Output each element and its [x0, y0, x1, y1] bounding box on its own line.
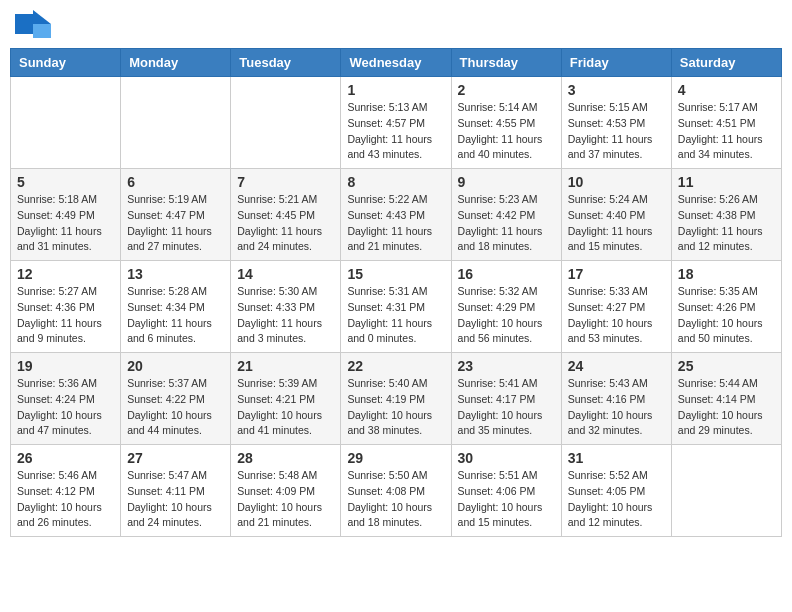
day-number: 15 — [347, 266, 444, 282]
day-info: Sunrise: 5:36 AM Sunset: 4:24 PM Dayligh… — [17, 376, 114, 439]
day-cell: 8Sunrise: 5:22 AM Sunset: 4:43 PM Daylig… — [341, 169, 451, 261]
day-info: Sunrise: 5:28 AM Sunset: 4:34 PM Dayligh… — [127, 284, 224, 347]
day-info: Sunrise: 5:26 AM Sunset: 4:38 PM Dayligh… — [678, 192, 775, 255]
day-info: Sunrise: 5:23 AM Sunset: 4:42 PM Dayligh… — [458, 192, 555, 255]
day-cell: 2Sunrise: 5:14 AM Sunset: 4:55 PM Daylig… — [451, 77, 561, 169]
day-cell — [121, 77, 231, 169]
day-info: Sunrise: 5:21 AM Sunset: 4:45 PM Dayligh… — [237, 192, 334, 255]
calendar-table: SundayMondayTuesdayWednesdayThursdayFrid… — [10, 48, 782, 537]
day-info: Sunrise: 5:51 AM Sunset: 4:06 PM Dayligh… — [458, 468, 555, 531]
day-info: Sunrise: 5:47 AM Sunset: 4:11 PM Dayligh… — [127, 468, 224, 531]
day-info: Sunrise: 5:19 AM Sunset: 4:47 PM Dayligh… — [127, 192, 224, 255]
day-cell: 27Sunrise: 5:47 AM Sunset: 4:11 PM Dayli… — [121, 445, 231, 537]
day-number: 12 — [17, 266, 114, 282]
day-info: Sunrise: 5:32 AM Sunset: 4:29 PM Dayligh… — [458, 284, 555, 347]
day-cell: 19Sunrise: 5:36 AM Sunset: 4:24 PM Dayli… — [11, 353, 121, 445]
day-number: 27 — [127, 450, 224, 466]
day-cell: 28Sunrise: 5:48 AM Sunset: 4:09 PM Dayli… — [231, 445, 341, 537]
day-info: Sunrise: 5:14 AM Sunset: 4:55 PM Dayligh… — [458, 100, 555, 163]
logo — [15, 10, 53, 38]
svg-marker-1 — [33, 10, 51, 24]
day-number: 3 — [568, 82, 665, 98]
day-number: 2 — [458, 82, 555, 98]
day-number: 13 — [127, 266, 224, 282]
svg-rect-0 — [15, 14, 33, 34]
day-info: Sunrise: 5:46 AM Sunset: 4:12 PM Dayligh… — [17, 468, 114, 531]
day-info: Sunrise: 5:18 AM Sunset: 4:49 PM Dayligh… — [17, 192, 114, 255]
day-header-friday: Friday — [561, 49, 671, 77]
day-cell: 23Sunrise: 5:41 AM Sunset: 4:17 PM Dayli… — [451, 353, 561, 445]
day-number: 24 — [568, 358, 665, 374]
day-info: Sunrise: 5:30 AM Sunset: 4:33 PM Dayligh… — [237, 284, 334, 347]
day-info: Sunrise: 5:33 AM Sunset: 4:27 PM Dayligh… — [568, 284, 665, 347]
day-header-thursday: Thursday — [451, 49, 561, 77]
day-cell: 17Sunrise: 5:33 AM Sunset: 4:27 PM Dayli… — [561, 261, 671, 353]
day-cell: 13Sunrise: 5:28 AM Sunset: 4:34 PM Dayli… — [121, 261, 231, 353]
day-number: 26 — [17, 450, 114, 466]
day-cell: 18Sunrise: 5:35 AM Sunset: 4:26 PM Dayli… — [671, 261, 781, 353]
day-header-wednesday: Wednesday — [341, 49, 451, 77]
day-info: Sunrise: 5:39 AM Sunset: 4:21 PM Dayligh… — [237, 376, 334, 439]
day-info: Sunrise: 5:22 AM Sunset: 4:43 PM Dayligh… — [347, 192, 444, 255]
day-number: 28 — [237, 450, 334, 466]
day-header-saturday: Saturday — [671, 49, 781, 77]
day-cell: 10Sunrise: 5:24 AM Sunset: 4:40 PM Dayli… — [561, 169, 671, 261]
day-info: Sunrise: 5:17 AM Sunset: 4:51 PM Dayligh… — [678, 100, 775, 163]
day-cell: 31Sunrise: 5:52 AM Sunset: 4:05 PM Dayli… — [561, 445, 671, 537]
logo-icon — [15, 10, 51, 38]
day-info: Sunrise: 5:40 AM Sunset: 4:19 PM Dayligh… — [347, 376, 444, 439]
day-info: Sunrise: 5:41 AM Sunset: 4:17 PM Dayligh… — [458, 376, 555, 439]
day-info: Sunrise: 5:37 AM Sunset: 4:22 PM Dayligh… — [127, 376, 224, 439]
day-header-tuesday: Tuesday — [231, 49, 341, 77]
day-number: 11 — [678, 174, 775, 190]
day-cell — [231, 77, 341, 169]
day-info: Sunrise: 5:31 AM Sunset: 4:31 PM Dayligh… — [347, 284, 444, 347]
day-cell: 11Sunrise: 5:26 AM Sunset: 4:38 PM Dayli… — [671, 169, 781, 261]
day-cell — [11, 77, 121, 169]
day-number: 22 — [347, 358, 444, 374]
day-number: 8 — [347, 174, 444, 190]
svg-marker-2 — [33, 24, 51, 38]
day-cell: 14Sunrise: 5:30 AM Sunset: 4:33 PM Dayli… — [231, 261, 341, 353]
day-number: 1 — [347, 82, 444, 98]
day-info: Sunrise: 5:44 AM Sunset: 4:14 PM Dayligh… — [678, 376, 775, 439]
day-info: Sunrise: 5:27 AM Sunset: 4:36 PM Dayligh… — [17, 284, 114, 347]
day-cell: 5Sunrise: 5:18 AM Sunset: 4:49 PM Daylig… — [11, 169, 121, 261]
day-number: 9 — [458, 174, 555, 190]
week-row-5: 26Sunrise: 5:46 AM Sunset: 4:12 PM Dayli… — [11, 445, 782, 537]
day-info: Sunrise: 5:13 AM Sunset: 4:57 PM Dayligh… — [347, 100, 444, 163]
day-number: 18 — [678, 266, 775, 282]
day-cell: 30Sunrise: 5:51 AM Sunset: 4:06 PM Dayli… — [451, 445, 561, 537]
day-info: Sunrise: 5:50 AM Sunset: 4:08 PM Dayligh… — [347, 468, 444, 531]
day-number: 30 — [458, 450, 555, 466]
calendar-header-row: SundayMondayTuesdayWednesdayThursdayFrid… — [11, 49, 782, 77]
day-number: 20 — [127, 358, 224, 374]
day-header-monday: Monday — [121, 49, 231, 77]
day-cell: 1Sunrise: 5:13 AM Sunset: 4:57 PM Daylig… — [341, 77, 451, 169]
day-number: 16 — [458, 266, 555, 282]
day-info: Sunrise: 5:24 AM Sunset: 4:40 PM Dayligh… — [568, 192, 665, 255]
day-info: Sunrise: 5:15 AM Sunset: 4:53 PM Dayligh… — [568, 100, 665, 163]
day-cell: 24Sunrise: 5:43 AM Sunset: 4:16 PM Dayli… — [561, 353, 671, 445]
day-cell: 22Sunrise: 5:40 AM Sunset: 4:19 PM Dayli… — [341, 353, 451, 445]
day-cell: 25Sunrise: 5:44 AM Sunset: 4:14 PM Dayli… — [671, 353, 781, 445]
week-row-3: 12Sunrise: 5:27 AM Sunset: 4:36 PM Dayli… — [11, 261, 782, 353]
day-header-sunday: Sunday — [11, 49, 121, 77]
day-cell: 21Sunrise: 5:39 AM Sunset: 4:21 PM Dayli… — [231, 353, 341, 445]
day-number: 21 — [237, 358, 334, 374]
day-cell — [671, 445, 781, 537]
page-header — [10, 10, 782, 38]
day-cell: 12Sunrise: 5:27 AM Sunset: 4:36 PM Dayli… — [11, 261, 121, 353]
day-cell: 7Sunrise: 5:21 AM Sunset: 4:45 PM Daylig… — [231, 169, 341, 261]
day-info: Sunrise: 5:43 AM Sunset: 4:16 PM Dayligh… — [568, 376, 665, 439]
day-number: 19 — [17, 358, 114, 374]
day-cell: 20Sunrise: 5:37 AM Sunset: 4:22 PM Dayli… — [121, 353, 231, 445]
day-number: 6 — [127, 174, 224, 190]
week-row-1: 1Sunrise: 5:13 AM Sunset: 4:57 PM Daylig… — [11, 77, 782, 169]
day-cell: 9Sunrise: 5:23 AM Sunset: 4:42 PM Daylig… — [451, 169, 561, 261]
day-cell: 26Sunrise: 5:46 AM Sunset: 4:12 PM Dayli… — [11, 445, 121, 537]
day-info: Sunrise: 5:48 AM Sunset: 4:09 PM Dayligh… — [237, 468, 334, 531]
week-row-4: 19Sunrise: 5:36 AM Sunset: 4:24 PM Dayli… — [11, 353, 782, 445]
day-cell: 6Sunrise: 5:19 AM Sunset: 4:47 PM Daylig… — [121, 169, 231, 261]
day-cell: 16Sunrise: 5:32 AM Sunset: 4:29 PM Dayli… — [451, 261, 561, 353]
